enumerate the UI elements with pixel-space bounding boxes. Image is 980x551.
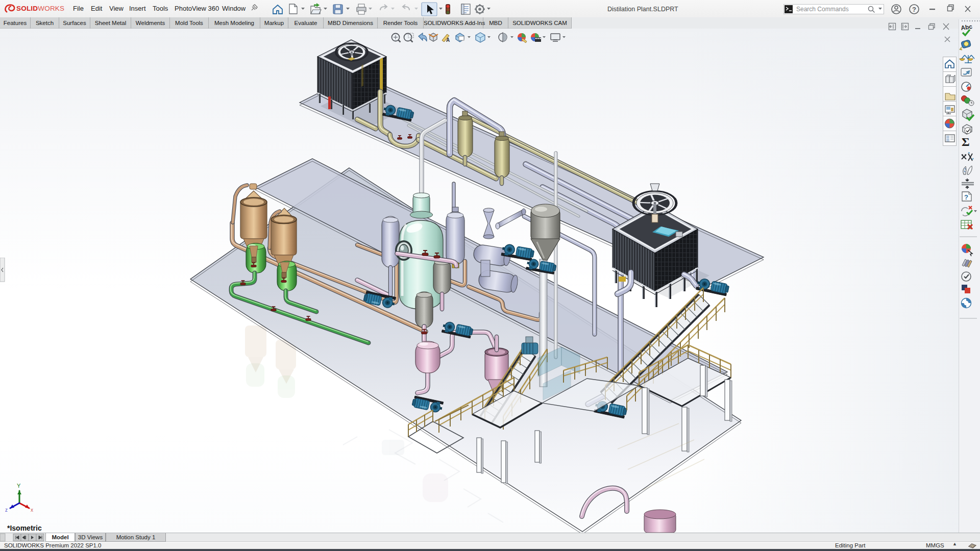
- svg-text:x: x: [31, 507, 33, 513]
- svg-text:A: A: [446, 37, 450, 43]
- svg-text:SOLIDWORKS: SOLIDWORKS: [16, 5, 64, 12]
- svg-text:Y: Y: [17, 483, 21, 489]
- svg-text:?: ?: [964, 193, 968, 201]
- svg-text:Search Commands: Search Commands: [796, 6, 849, 13]
- svg-text:*Isometric: *Isometric: [7, 524, 42, 532]
- svg-text:Abc: Abc: [960, 23, 973, 32]
- svg-text:z: z: [5, 507, 8, 513]
- svg-text:Σ: Σ: [962, 135, 970, 148]
- svg-text:?: ?: [912, 6, 916, 13]
- svg-text:Distilation Plant.SLDPRT: Distilation Plant.SLDPRT: [607, 6, 678, 13]
